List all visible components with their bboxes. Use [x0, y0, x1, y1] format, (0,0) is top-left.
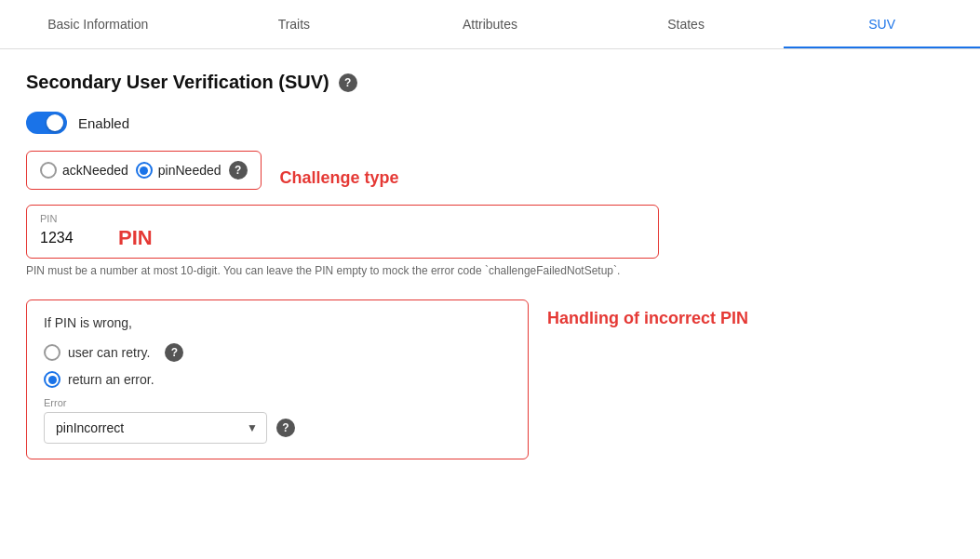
pin-annotation: PIN: [118, 226, 153, 250]
error-dropdown-select[interactable]: pinIncorrectpinLockedpinExpired: [44, 412, 267, 444]
radio-pin-needed[interactable]: pinNeeded: [136, 162, 222, 179]
retry-help-icon[interactable]: ?: [165, 343, 183, 362]
challenge-type-row: ackNeeded pinNeeded ? Challenge type: [26, 151, 954, 205]
radio-retry-label: user can retry.: [68, 345, 150, 360]
section-title-row: Secondary User Verification (SUV) ?: [26, 72, 954, 93]
incorrect-pin-annotation: Handling of incorrect PIN: [547, 299, 748, 328]
radio-error-label: return an error.: [68, 372, 154, 387]
pin-value[interactable]: 1234: [40, 230, 96, 246]
challenge-type-annotation: Challenge type: [280, 168, 399, 188]
radio-error-circle[interactable]: [44, 371, 60, 388]
retry-row: user can retry. ?: [44, 343, 511, 362]
pin-hint: PIN must be a number at most 10-digit. Y…: [26, 264, 659, 277]
tab-states[interactable]: States: [588, 0, 785, 48]
radio-retry-circle[interactable]: [44, 344, 60, 361]
error-dropdown-wrapper: Error pinIncorrectpinLockedpinExpired ▼ …: [44, 397, 511, 444]
error-dropdown-help-icon[interactable]: ?: [276, 419, 295, 437]
error-dropdown-label: Error: [44, 397, 511, 408]
pin-container: PIN 1234 PIN: [26, 205, 659, 259]
error-dropdown-container: pinIncorrectpinLockedpinExpired ▼: [44, 412, 267, 444]
pin-section: PIN 1234 PIN PIN must be a number at mos…: [26, 205, 954, 294]
toggle-label: Enabled: [78, 115, 129, 131]
enabled-toggle[interactable]: [26, 112, 67, 134]
challenge-type-group: ackNeeded pinNeeded ?: [26, 151, 262, 190]
tab-basic-information[interactable]: Basic Information: [0, 0, 196, 48]
incorrect-pin-box: If PIN is wrong, user can retry. ? retur…: [26, 299, 529, 459]
tab-attributes[interactable]: Attributes: [392, 0, 588, 48]
dropdown-row: pinIncorrectpinLockedpinExpired ▼ ?: [44, 412, 511, 444]
challenge-type-help-icon[interactable]: ?: [229, 161, 248, 180]
toggle-row: Enabled: [26, 112, 954, 134]
tab-bar: Basic Information Traits Attributes Stat…: [0, 0, 980, 49]
section-help-icon[interactable]: ?: [339, 73, 357, 92]
radio-pin-label: pinNeeded: [158, 163, 222, 178]
pin-value-row: 1234 PIN: [40, 226, 645, 250]
main-content: Secondary User Verification (SUV) ? Enab…: [0, 49, 980, 482]
tab-suv[interactable]: SUV: [784, 0, 980, 48]
incorrect-pin-title: If PIN is wrong,: [44, 315, 511, 330]
error-row: return an error.: [44, 371, 511, 388]
radio-pin-circle: [136, 162, 153, 179]
radio-ack-needed[interactable]: ackNeeded: [40, 162, 128, 179]
tab-traits[interactable]: Traits: [196, 0, 393, 48]
radio-ack-label: ackNeeded: [62, 163, 128, 178]
radio-ack-circle: [40, 162, 57, 179]
incorrect-pin-row: If PIN is wrong, user can retry. ? retur…: [26, 299, 954, 459]
section-title-text: Secondary User Verification (SUV): [26, 72, 329, 93]
pin-field-label: PIN: [40, 213, 645, 224]
